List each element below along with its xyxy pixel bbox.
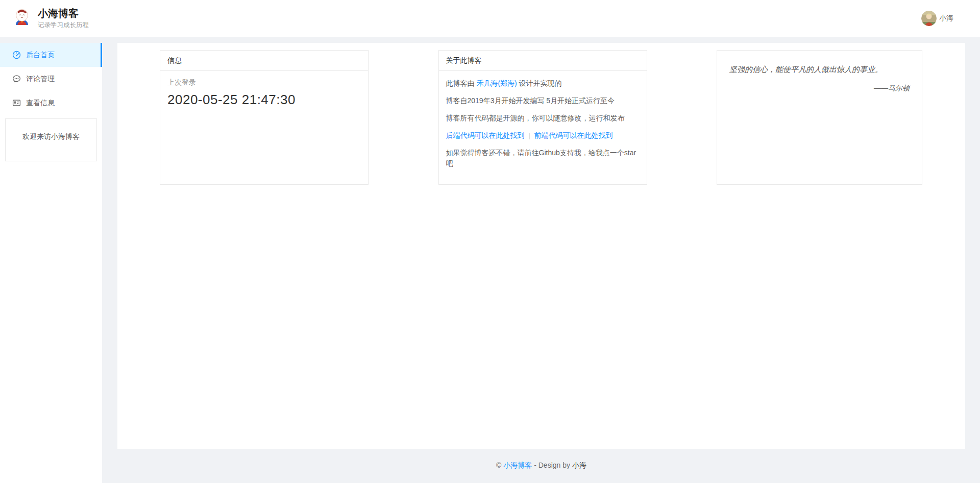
page-footer: © 小海博客 - Design by 小海 [117,449,965,470]
user-menu[interactable]: 小海 [921,11,953,26]
sidebar: 后台首页 评论管理 查看信息 [0,43,102,483]
last-login-label: 上次登录 [167,78,361,87]
sidebar-item-comments[interactable]: 评论管理 [0,67,102,91]
dashboard-icon [12,51,21,59]
cards-row: 信息 上次登录 2020-05-25 21:47:30 关于此博客 此博客由 禾… [117,43,965,185]
idcard-icon [12,99,21,107]
about-card: 关于此博客 此博客由 禾几海(郑海) 设计并实现的 博客自2019年3月开始开发… [438,50,647,185]
main-panel: 信息 上次登录 2020-05-25 21:47:30 关于此博客 此博客由 禾… [117,43,965,449]
backend-code-link[interactable]: 后端代码可以在此处找到 [446,131,525,139]
sidebar-item-dashboard[interactable]: 后台首页 [0,43,102,67]
site-title: 小海博客 [38,8,89,19]
last-login-value: 2020-05-25 21:47:30 [167,92,361,108]
author-link[interactable]: 禾几海(郑海) [476,79,517,87]
app-header: 小海博客 记录学习成长历程 小海 [0,0,980,37]
brand-text: 小海博客 记录学习成长历程 [38,8,89,30]
about-paragraph-opensource: 博客所有代码都是开源的，你可以随意修改，运行和发布 [446,113,640,124]
copyright-symbol: © [496,461,501,469]
quote-card-body: 坚强的信心，能使平凡的人做出惊人的事业。 ——马尔顿 [717,51,922,106]
sidebar-item-label: 后台首页 [26,51,55,60]
sidebar-menu: 后台首页 评论管理 查看信息 [0,43,102,115]
vertical-divider [529,133,530,139]
footer-author: 小海 [572,461,586,469]
quote-author: ——马尔顿 [729,84,910,93]
site-subtitle: 记录学习成长历程 [38,21,89,30]
welcome-text: 欢迎来访小海博客 [22,132,80,141]
user-avatar [921,11,937,26]
about-card-title: 关于此博客 [439,51,647,71]
sidebar-item-profile[interactable]: 查看信息 [0,91,102,115]
info-card-title: 信息 [160,51,368,71]
page: 小海博客 记录学习成长历程 小海 [0,0,980,483]
info-card: 信息 上次登录 2020-05-25 21:47:30 [160,50,369,185]
about-paragraph-history: 博客自2019年3月开始开发编写 5月开始正式运行至今 [446,95,640,106]
welcome-box: 欢迎来访小海博客 [5,118,97,161]
info-card-body: 上次登录 2020-05-25 21:47:30 [160,71,368,115]
sidebar-item-label: 查看信息 [26,99,55,108]
about-author-suffix: 设计并实现的 [519,79,562,87]
brand: 小海博客 记录学习成长历程 [12,8,89,30]
site-logo-icon [12,8,32,29]
frontend-code-link[interactable]: 前端代码可以在此处找到 [534,131,613,139]
message-icon [12,75,21,83]
footer-site-link[interactable]: 小海博客 [503,461,532,469]
quote-text: 坚强的信心，能使平凡的人做出惊人的事业。 [729,64,910,75]
sidebar-item-label: 评论管理 [26,75,55,84]
about-card-body: 此博客由 禾几海(郑海) 设计并实现的 博客自2019年3月开始开发编写 5月开… [439,71,647,176]
user-name: 小海 [939,14,953,23]
quote-card: 坚强的信心，能使平凡的人做出惊人的事业。 ——马尔顿 [717,50,922,185]
footer-design-by: - Design by [534,461,570,469]
about-paragraph-star: 如果觉得博客还不错，请前往Github支持我，给我点一个star吧 [446,148,640,169]
about-paragraph-code-links: 后端代码可以在此处找到前端代码可以在此处找到 [446,130,640,141]
about-author-prefix: 此博客由 [446,79,475,87]
about-paragraph-author: 此博客由 禾几海(郑海) 设计并实现的 [446,78,640,89]
